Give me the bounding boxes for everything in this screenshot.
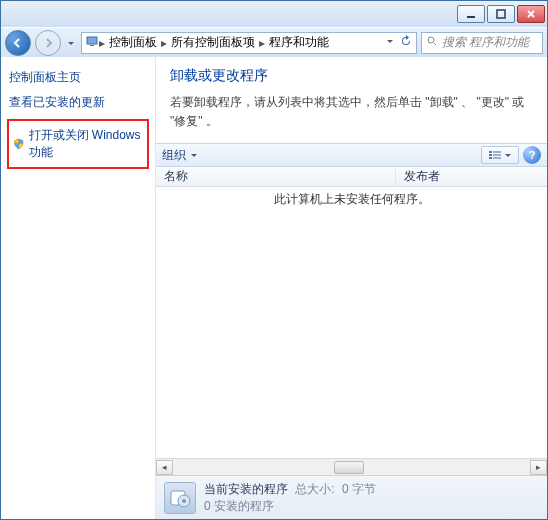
forward-button[interactable] <box>35 30 61 56</box>
svg-rect-5 <box>489 151 492 153</box>
content-split: 控制面板主页 查看已安装的更新 打开或关闭 Windows 功能 卸载或更改程序… <box>1 57 547 519</box>
svg-rect-2 <box>87 37 97 44</box>
scroll-left-button[interactable]: ◂ <box>156 460 173 475</box>
svg-point-13 <box>182 499 186 503</box>
computer-icon <box>86 35 98 50</box>
close-button[interactable] <box>517 5 545 23</box>
scroll-thumb[interactable] <box>334 461 364 474</box>
help-button[interactable]: ? <box>523 146 541 164</box>
horizontal-scrollbar[interactable]: ◂ ▸ <box>156 458 547 475</box>
status-title: 当前安装的程序 <box>204 482 288 496</box>
maximize-button[interactable] <box>487 5 515 23</box>
minimize-button[interactable] <box>457 5 485 23</box>
programs-features-window: ▸ 控制面板 ▸ 所有控制面板项 ▸ 程序和功能 搜索 程序和功能 控制面板主页… <box>0 0 548 520</box>
chevron-down-icon <box>188 149 200 161</box>
list-header: 名称 发布者 <box>156 167 547 187</box>
svg-rect-1 <box>497 10 505 18</box>
page-title: 卸载或更改程序 <box>170 67 533 85</box>
search-placeholder: 搜索 程序和功能 <box>442 34 529 51</box>
back-button[interactable] <box>5 30 31 56</box>
chevron-right-icon: ▸ <box>258 36 266 50</box>
address-bar[interactable]: ▸ 控制面板 ▸ 所有控制面板项 ▸ 程序和功能 <box>81 32 417 54</box>
sidebar-windows-features-label: 打开或关闭 Windows 功能 <box>29 127 144 161</box>
status-text: 当前安装的程序 总大小: 0 字节 0 安装的程序 <box>204 481 376 515</box>
sidebar-windows-features[interactable]: 打开或关闭 Windows 功能 <box>11 123 145 165</box>
column-name[interactable]: 名称 <box>156 167 396 186</box>
sidebar-home[interactable]: 控制面板主页 <box>7 65 149 90</box>
navigation-bar: ▸ 控制面板 ▸ 所有控制面板项 ▸ 程序和功能 搜索 程序和功能 <box>1 27 547 57</box>
page-description: 若要卸载程序，请从列表中将其选中，然后单击 "卸载" 、 "更改" 或 "修复"… <box>170 93 533 131</box>
empty-message: 此计算机上未安装任何程序。 <box>156 187 547 208</box>
organize-menu[interactable]: 组织 <box>162 147 200 164</box>
breadcrumb-programs[interactable]: 程序和功能 <box>266 34 332 51</box>
chevron-right-icon: ▸ <box>160 36 168 50</box>
svg-rect-8 <box>493 151 501 153</box>
breadcrumb-all-items[interactable]: 所有控制面板项 <box>168 34 258 51</box>
organize-label: 组织 <box>162 147 186 164</box>
breadcrumb-control-panel[interactable]: 控制面板 <box>106 34 160 51</box>
svg-rect-3 <box>90 45 94 46</box>
svg-rect-9 <box>493 154 501 156</box>
refresh-button[interactable] <box>400 35 412 50</box>
chevron-right-icon: ▸ <box>98 36 106 50</box>
svg-rect-10 <box>493 157 501 159</box>
status-bar: 当前安装的程序 总大小: 0 字节 0 安装的程序 <box>156 475 547 519</box>
programs-icon <box>164 482 196 514</box>
sidebar-view-updates[interactable]: 查看已安装的更新 <box>7 90 149 115</box>
svg-point-4 <box>428 37 434 43</box>
svg-rect-0 <box>467 16 475 18</box>
sidebar: 控制面板主页 查看已安装的更新 打开或关闭 Windows 功能 <box>1 57 156 519</box>
refresh-dropdown[interactable] <box>384 35 396 50</box>
scroll-track[interactable] <box>173 460 530 475</box>
program-list: 此计算机上未安装任何程序。 <box>156 187 547 458</box>
status-installed-count: 0 安装的程序 <box>204 498 376 515</box>
titlebar <box>1 1 547 27</box>
status-size-value: 0 字节 <box>342 482 376 496</box>
toolbar: 组织 ? <box>156 143 547 167</box>
svg-rect-6 <box>489 154 492 156</box>
highlight-box: 打开或关闭 Windows 功能 <box>7 119 149 169</box>
search-icon <box>426 35 438 50</box>
search-box[interactable]: 搜索 程序和功能 <box>421 32 543 54</box>
history-dropdown[interactable] <box>65 33 77 53</box>
view-options-button[interactable] <box>481 146 519 164</box>
column-publisher[interactable]: 发布者 <box>396 168 547 185</box>
status-size-label: 总大小: <box>295 482 334 496</box>
scroll-right-button[interactable]: ▸ <box>530 460 547 475</box>
svg-rect-7 <box>489 157 492 159</box>
main-panel: 卸载或更改程序 若要卸载程序，请从列表中将其选中，然后单击 "卸载" 、 "更改… <box>156 57 547 519</box>
shield-icon <box>13 137 25 151</box>
